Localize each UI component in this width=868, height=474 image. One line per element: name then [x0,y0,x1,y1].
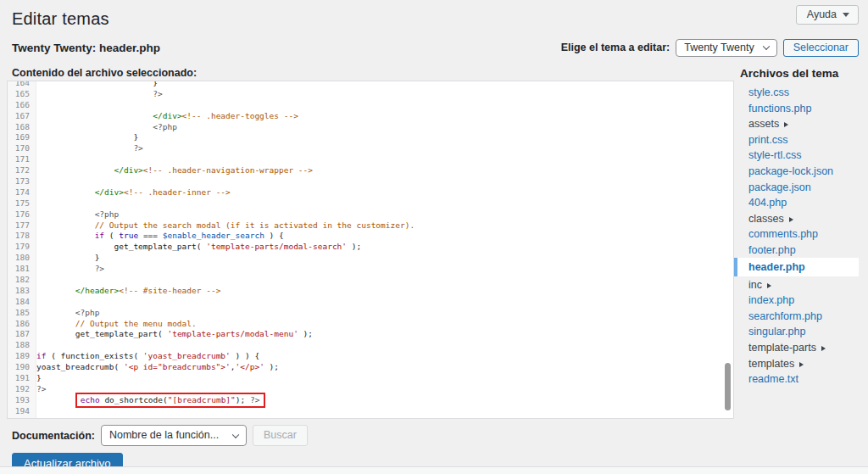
file-item-label: print.css [748,134,788,146]
code-line-text: // Output the search modal (if it is act… [36,220,415,231]
code-line[interactable]: 175 [8,198,733,209]
line-number: 193 [8,395,36,406]
code-line[interactable]: 170 ?> [8,143,733,154]
file-item-label: index.php [748,294,794,306]
file-item-label: functions.php [748,103,811,114]
chevron-down-icon [843,13,849,17]
line-number: 168 [8,122,36,133]
file-item-label: footer.php [748,244,796,256]
code-line[interactable]: 185 <?php [8,308,733,319]
code-line[interactable]: 184 [8,297,733,308]
code-line[interactable]: 164 } [8,81,733,89]
line-number: 184 [8,297,36,308]
file-link-footer.php[interactable]: footer.php [734,242,859,258]
code-line-text: } [36,132,138,143]
line-number: 181 [8,264,36,275]
code-line-text: // Output the menu modal. [36,319,197,330]
code-line[interactable]: 188 [8,340,733,351]
line-number: 187 [8,329,36,340]
folder-expand-icon [799,362,804,367]
code-line[interactable]: 165 ?> [8,89,733,100]
code-line[interactable]: 189if ( function_exists( 'yoast_breadcru… [8,351,733,362]
code-line[interactable]: 173 [8,176,733,187]
code-line-text: </div><!-- .header-toggles --> [36,111,298,122]
code-line[interactable]: 181 ?> [8,264,733,275]
folder-expand-icon [821,346,826,351]
folder-expand-icon [784,122,788,127]
function-name-select-value: Nombre de la función... [102,427,241,443]
file-link-index.php[interactable]: index.php [734,292,859,308]
code-line[interactable]: 178 if ( true === $enable_header_search … [8,231,733,242]
folder-item-templates[interactable]: templates [734,355,859,371]
line-number: 182 [8,275,36,286]
folder-item-assets[interactable]: assets [734,115,859,131]
code-line[interactable]: 180 } [8,253,733,264]
file-link-style.css[interactable]: style.css [734,84,859,100]
file-item-label: templates [748,358,794,370]
code-line[interactable]: 172 </div><!-- .header-navigation-wrappe… [8,165,733,176]
code-line[interactable]: 177 // Output the search modal (if it is… [8,220,733,231]
code-line-text: </div><!-- .header-navigation-wrapper --… [36,165,313,176]
file-link-404.php[interactable]: 404.php [734,194,859,210]
file-link-readme.txt[interactable]: readme.txt [734,371,859,387]
code-line-text: ?> [36,264,104,275]
function-name-select[interactable]: Nombre de la función... [101,425,247,446]
code-line[interactable]: 179 get_template_part( 'template-parts/m… [8,242,733,253]
code-line[interactable]: 171 [8,154,733,165]
code-line[interactable]: 183 </header><!-- #site-header --> [8,286,733,297]
code-line[interactable]: 166 [8,100,733,111]
file-link-package.json[interactable]: package.json [734,179,859,195]
file-item-label: template-parts [748,342,816,354]
line-number: 183 [8,286,36,297]
help-button[interactable]: Ayuda [796,5,859,25]
code-line[interactable]: 182 [8,275,733,286]
file-link-print.css[interactable]: print.css [734,131,859,148]
code-line-text: } [36,373,42,384]
code-line[interactable]: 187 get_template_part( 'template-parts/m… [8,329,733,340]
line-number: 170 [8,143,36,154]
file-link-header.php[interactable]: header.php [734,258,859,276]
code-line-text: <?php [36,308,99,319]
file-content-label: Contenido del archivo seleccionado: [7,67,734,79]
code-line-text: get_template_part( 'template-parts/modal… [36,242,361,253]
select-theme-button[interactable]: Seleccionar [783,39,859,57]
code-line-text: if ( function_exists( 'yoast_breadcrumb'… [36,351,259,362]
file-item-label: comments.php [748,228,818,240]
file-link-style-rtl.css[interactable]: style-rtl.css [734,147,859,163]
file-link-functions.php[interactable]: functions.php [734,100,859,116]
code-line-text: </header><!-- #site-header --> [36,286,220,297]
code-line[interactable]: 186 // Output the menu modal. [8,319,733,330]
subheader-row: Twenty Twenty: header.php Elige el tema … [7,37,859,58]
line-number: 165 [8,89,36,100]
line-number: 191 [8,373,36,384]
file-link-package-lock.json[interactable]: package-lock.json [734,163,859,179]
theme-select[interactable]: Twenty Twenty [676,39,776,57]
line-number: 176 [8,209,36,220]
code-line[interactable]: 190yoast_breadcrumb( '<p id="breadcrumbs… [8,362,733,373]
folder-item-classes[interactable]: classes [734,210,859,226]
file-link-singular.php[interactable]: singular.php [734,323,859,339]
file-item-label: package.json [748,181,811,193]
folder-item-template-parts[interactable]: template-parts [734,339,859,355]
code-line[interactable]: 191} [8,373,733,384]
code-line[interactable]: 176 <?php [8,209,733,220]
main-area: 164 }165 ?>166167 </div><!-- .header-tog… [7,81,859,419]
editor-scrollbar-thumb[interactable] [725,363,731,410]
file-link-searchform.php[interactable]: searchform.php [734,308,859,324]
code-line-text: ?> [36,143,143,154]
line-number: 171 [8,154,36,165]
file-link-comments.php[interactable]: comments.php [734,226,859,242]
code-line[interactable]: 174 </div><!-- .header-inner --> [8,187,733,198]
folder-item-inc[interactable]: inc [734,276,859,293]
search-docs-button[interactable]: Buscar [253,425,308,446]
code-line[interactable]: 193 echo do_shortcode("[breadcrumb]"); ?… [8,395,733,406]
code-line-text: if ( true === $enable_header_search ) { [36,231,284,242]
code-line[interactable]: 168 <?php [8,122,733,133]
documentation-row: Documentación: Nombre de la función... B… [7,425,859,446]
code-editor[interactable]: 164 }165 ?>166167 </div><!-- .header-tog… [7,81,734,419]
documentation-label: Documentación: [12,430,95,442]
code-editor-lines: 164 }165 ?>166167 </div><!-- .header-tog… [8,81,733,417]
code-line[interactable]: 169 } [8,132,733,143]
labels-row: Contenido del archivo seleccionado: Arch… [7,65,859,81]
code-line[interactable]: 167 </div><!-- .header-toggles --> [8,111,733,122]
